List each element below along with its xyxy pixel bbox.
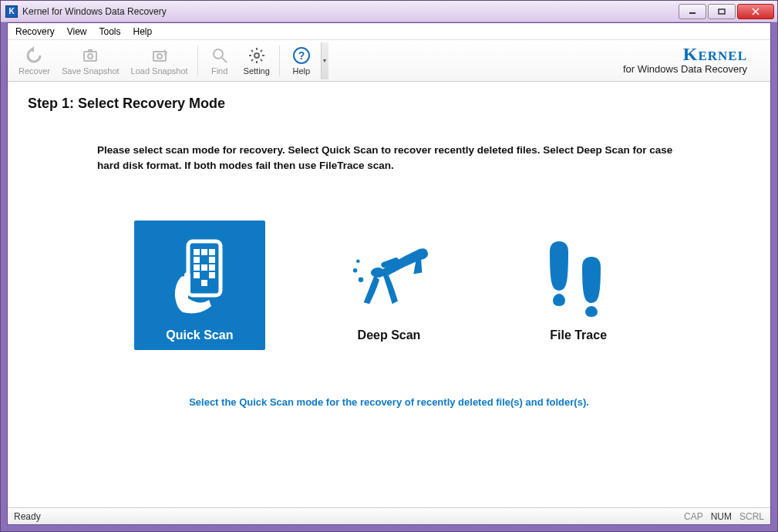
- svg-rect-15: [194, 249, 200, 255]
- svg-rect-4: [84, 52, 96, 61]
- quick-scan-icon: [153, 231, 246, 324]
- svg-rect-22: [209, 264, 215, 271]
- svg-rect-23: [194, 272, 200, 278]
- minimize-icon: [689, 8, 696, 15]
- svg-point-27: [356, 259, 360, 263]
- load-snapshot-icon: [150, 45, 170, 66]
- help-icon: ?: [291, 45, 312, 66]
- main-window: K Kernel for Windows Data Recovery Recov…: [0, 0, 778, 532]
- quick-scan-card[interactable]: Quick Scan: [134, 221, 265, 350]
- recover-icon: [24, 45, 44, 66]
- file-trace-icon: [532, 231, 625, 324]
- svg-rect-19: [209, 257, 215, 263]
- hint-text: Select the Quick Scan mode for the recov…: [28, 396, 750, 408]
- deep-scan-label: Deep Scan: [358, 328, 421, 342]
- status-bar: Ready CAP NUM SCRL: [8, 507, 770, 524]
- deep-scan-card[interactable]: Deep Scan: [323, 221, 454, 350]
- close-button[interactable]: [737, 4, 774, 19]
- status-scrl: SCRL: [739, 511, 764, 522]
- svg-rect-21: [201, 264, 207, 271]
- menu-view[interactable]: View: [67, 26, 87, 37]
- menu-bar: Recovery View Tools Help: [8, 23, 770, 40]
- svg-rect-6: [88, 49, 93, 52]
- svg-point-28: [353, 268, 358, 273]
- setting-icon: [247, 45, 267, 66]
- svg-point-8: [157, 54, 162, 59]
- svg-text:?: ?: [298, 49, 305, 62]
- help-button[interactable]: ? Help: [285, 42, 318, 79]
- file-trace-card[interactable]: File Trace: [513, 221, 644, 350]
- svg-rect-16: [201, 249, 207, 255]
- svg-point-11: [254, 53, 259, 58]
- deep-scan-icon: [342, 231, 435, 324]
- menu-recovery[interactable]: Recovery: [15, 26, 55, 37]
- save-snapshot-button[interactable]: Save Snapshot: [57, 42, 124, 79]
- svg-rect-24: [209, 272, 215, 278]
- find-icon: [210, 45, 230, 66]
- svg-point-29: [359, 277, 363, 281]
- svg-rect-18: [194, 257, 200, 263]
- save-snapshot-icon: [80, 45, 100, 66]
- mode-options: Quick Scan: [28, 221, 750, 350]
- svg-point-5: [88, 54, 93, 59]
- find-button[interactable]: Find: [203, 42, 237, 79]
- instructions-text: Please select scan mode for recovery. Se…: [97, 143, 681, 174]
- maximize-icon: [718, 8, 726, 15]
- svg-line-10: [222, 58, 227, 62]
- svg-rect-1: [719, 9, 725, 14]
- content-area: Step 1: Select Recovery Mode Please sele…: [8, 82, 770, 507]
- title-bar[interactable]: K Kernel for Windows Data Recovery: [1, 1, 777, 22]
- step-title: Step 1: Select Recovery Mode: [28, 96, 750, 112]
- svg-point-9: [214, 49, 223, 59]
- menu-tools[interactable]: Tools: [99, 26, 120, 37]
- toolbar: Recover Save Snapshot Load Snapshot: [8, 40, 770, 82]
- load-snapshot-button[interactable]: Load Snapshot: [126, 42, 193, 79]
- brand-logo: Kernel for Windows Data Recovery: [623, 46, 770, 75]
- status-ready: Ready: [14, 511, 41, 522]
- svg-rect-17: [209, 249, 215, 255]
- svg-rect-26: [184, 272, 190, 295]
- menu-help[interactable]: Help: [133, 26, 153, 37]
- quick-scan-label: Quick Scan: [166, 328, 233, 342]
- app-icon: K: [5, 5, 18, 18]
- window-title: Kernel for Windows Data Recovery: [22, 6, 167, 17]
- recover-button[interactable]: Recover: [14, 42, 55, 79]
- maximize-button[interactable]: [708, 4, 736, 19]
- toolbar-overflow[interactable]: ▾: [321, 42, 328, 79]
- file-trace-label: File Trace: [550, 328, 607, 342]
- svg-rect-20: [194, 264, 200, 271]
- status-cap: CAP: [684, 511, 703, 522]
- svg-rect-25: [201, 280, 207, 286]
- toolbar-separator: [279, 45, 280, 76]
- svg-rect-7: [153, 52, 166, 61]
- setting-button[interactable]: Setting: [239, 42, 274, 79]
- toolbar-separator: [197, 45, 198, 76]
- status-num: NUM: [711, 511, 732, 522]
- close-icon: [752, 8, 759, 15]
- minimize-button[interactable]: [679, 4, 706, 19]
